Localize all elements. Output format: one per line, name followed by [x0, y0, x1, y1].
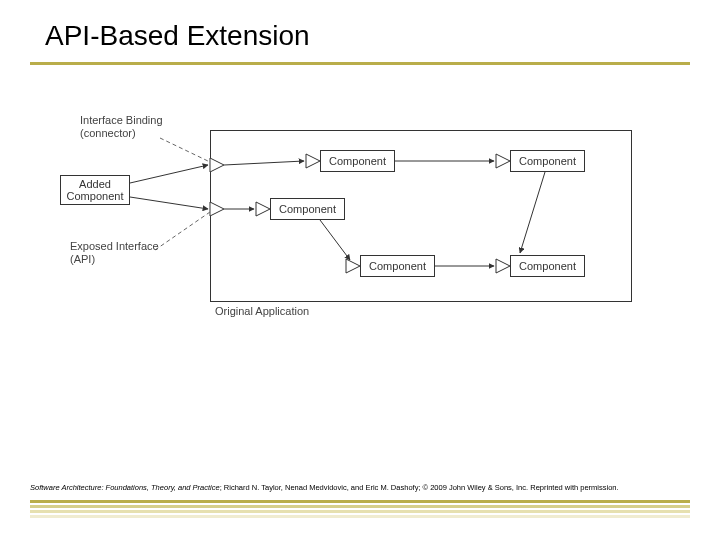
svg-line-9	[520, 172, 545, 253]
svg-line-4	[224, 161, 304, 165]
api-port-top	[210, 158, 224, 172]
original-application-label: Original Application	[215, 305, 309, 318]
svg-marker-0	[210, 158, 224, 172]
diagram-connectors	[60, 120, 640, 340]
svg-line-2	[130, 165, 208, 183]
svg-line-3	[130, 197, 208, 209]
svg-line-10	[160, 138, 210, 162]
port-comp2	[256, 202, 270, 216]
svg-line-11	[155, 212, 210, 250]
interface-binding-label: Interface Binding (connector)	[80, 114, 163, 140]
port-comp4	[496, 154, 510, 168]
svg-marker-1	[210, 202, 224, 216]
footer-accent-bars	[30, 498, 690, 518]
exposed-interface-label: Exposed Interface (API)	[70, 240, 159, 266]
port-comp3	[346, 259, 360, 273]
svg-line-6	[320, 220, 350, 260]
api-port-bottom	[210, 202, 224, 216]
citation-text: Software Architecture: Foundations, Theo…	[30, 483, 690, 492]
port-comp1	[306, 154, 320, 168]
title-underline	[30, 62, 690, 65]
diagram-area: Added Component Component Component Comp…	[60, 120, 640, 340]
slide-title: API-Based Extension	[45, 20, 310, 52]
port-comp5	[496, 259, 510, 273]
